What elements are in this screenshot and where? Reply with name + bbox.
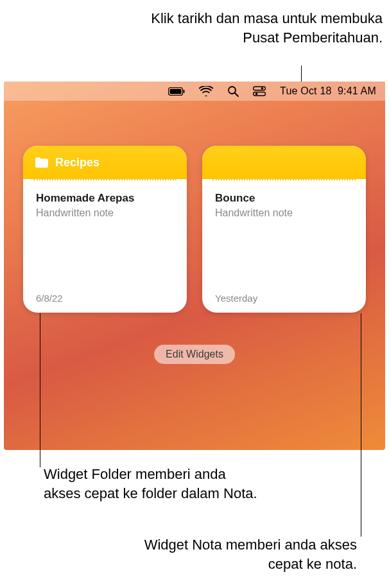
callout-note-widget: Widget Nota memberi anda akses cepat ke … — [126, 535, 357, 573]
menubar: Tue Oct 18 9:41 AM — [4, 82, 385, 101]
callout-leader-left — [40, 313, 40, 467]
svg-rect-1 — [170, 89, 182, 94]
callout-folder-widget: Widget Folder memberi anda akses cepat k… — [44, 465, 262, 503]
note-subtitle: Handwritten note — [36, 207, 174, 219]
widget-header-folder: Recipes — [23, 146, 187, 179]
mac-desktop: Tue Oct 18 9:41 AM Recipes Homemade Arep… — [4, 82, 385, 450]
callout-open-notification-center: Klik tarikh dan masa untuk membuka Pusat… — [113, 9, 383, 47]
svg-rect-2 — [184, 90, 185, 93]
widget-folder-title: Recipes — [55, 156, 99, 169]
note-title: Homemade Arepas — [36, 192, 174, 205]
callout-leader-top — [301, 65, 302, 82]
note-date: 6/8/22 — [36, 293, 174, 304]
svg-rect-5 — [254, 87, 266, 91]
svg-point-6 — [261, 87, 264, 90]
svg-rect-7 — [254, 92, 266, 96]
folder-icon — [35, 157, 49, 168]
svg-point-8 — [255, 92, 258, 95]
note-title: Bounce — [215, 192, 353, 205]
note-date: Yesterday — [215, 293, 353, 304]
menubar-datetime[interactable]: Tue Oct 18 9:41 AM — [280, 85, 376, 97]
widgets-row: Recipes Homemade Arepas Handwritten note… — [4, 101, 385, 313]
widget-body: Bounce Handwritten note Yesterday — [202, 180, 366, 313]
wifi-icon[interactable] — [199, 86, 213, 96]
widget-header-note — [202, 146, 366, 179]
search-icon[interactable] — [227, 85, 239, 97]
svg-point-3 — [229, 87, 236, 94]
widget-body: Homemade Arepas Handwritten note 6/8/22 — [23, 180, 187, 313]
menubar-time: 9:41 AM — [338, 85, 376, 96]
note-subtitle: Handwritten note — [215, 207, 353, 219]
callout-leader-right — [361, 313, 361, 537]
menubar-date: Tue Oct 18 — [280, 85, 332, 96]
notes-folder-widget[interactable]: Recipes Homemade Arepas Handwritten note… — [23, 146, 187, 313]
notes-note-widget[interactable]: Bounce Handwritten note Yesterday — [202, 146, 366, 313]
battery-icon[interactable] — [168, 87, 185, 96]
control-center-icon[interactable] — [253, 86, 266, 96]
svg-line-4 — [235, 93, 238, 96]
edit-widgets-button[interactable]: Edit Widgets — [154, 345, 235, 364]
